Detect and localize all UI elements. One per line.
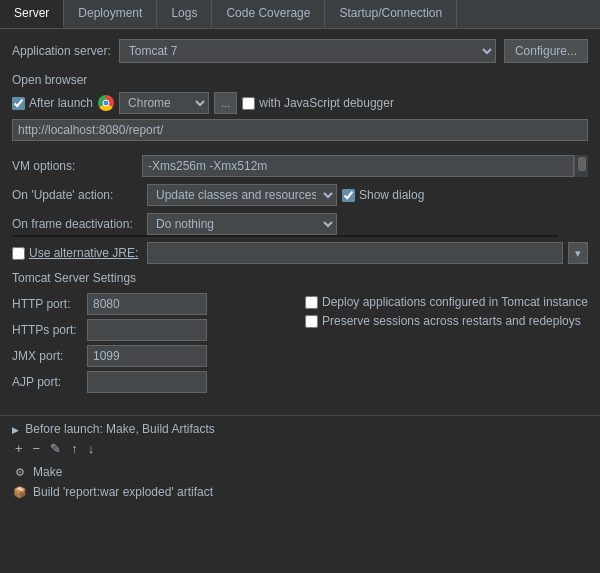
app-server-row: Application server: Tomcat 7 Configure..… (12, 39, 588, 63)
vm-options-row: VM options: (12, 155, 588, 177)
jre-row: Use alternative JRE: ▾ (12, 242, 588, 264)
tomcat-grid: HTTP port: HTTPs port: JMX port: AJP por… (12, 293, 588, 397)
update-action-dropdown[interactable]: Update classes and resources (147, 184, 337, 206)
ajp-port-label: AJP port: (12, 375, 82, 389)
js-debugger-label[interactable]: with JavaScript debugger (242, 96, 394, 110)
tab-startup-connection[interactable]: Startup/Connection (325, 0, 457, 28)
https-port-row: HTTPs port: (12, 319, 295, 341)
vm-options-label: VM options: (12, 159, 142, 173)
jre-input[interactable] (147, 242, 563, 264)
configure-button[interactable]: Configure... (504, 39, 588, 63)
chrome-icon (98, 95, 114, 111)
alt-jre-label: Use alternative JRE: (29, 246, 138, 260)
remove-launch-button[interactable]: − (30, 440, 44, 457)
app-server-label: Application server: (12, 44, 111, 58)
make-label: Make (33, 465, 62, 479)
main-content: Application server: Tomcat 7 Configure..… (0, 29, 600, 407)
after-launch-checkbox[interactable] (12, 97, 25, 110)
ports-column: HTTP port: HTTPs port: JMX port: AJP por… (12, 293, 295, 397)
show-dialog-checkbox[interactable] (342, 189, 355, 202)
tomcat-options-column: Deploy applications configured in Tomcat… (305, 293, 588, 397)
build-artifact-icon: 📦 (12, 484, 28, 500)
http-port-row: HTTP port: (12, 293, 295, 315)
js-debugger-checkbox[interactable] (242, 97, 255, 110)
vm-scrollbar[interactable] (574, 155, 588, 177)
vm-options-input[interactable] (142, 155, 574, 177)
browser-dropdown[interactable]: Chrome (119, 92, 209, 114)
build-artifact-label: Build 'report:war exploded' artifact (33, 485, 213, 499)
http-port-label: HTTP port: (12, 297, 82, 311)
open-browser-section: Open browser After launch Chrome ... wit… (12, 73, 588, 148)
tab-deployment[interactable]: Deployment (64, 0, 157, 28)
move-down-launch-button[interactable]: ↓ (85, 440, 98, 457)
preserve-sessions-label[interactable]: Preserve sessions across restarts and re… (305, 314, 588, 328)
alt-jre-checkbox[interactable] (12, 247, 25, 260)
deploy-option-label[interactable]: Deploy applications configured in Tomcat… (305, 295, 588, 309)
url-input[interactable] (12, 119, 588, 141)
show-dialog-text: Show dialog (359, 188, 424, 202)
frame-underline (12, 235, 558, 237)
ajp-port-input[interactable] (87, 371, 207, 393)
https-port-label: HTTPs port: (12, 323, 82, 337)
tab-bar: Server Deployment Logs Code Coverage Sta… (0, 0, 600, 29)
tomcat-settings: Tomcat Server Settings HTTP port: HTTPs … (12, 271, 588, 397)
tab-code-coverage[interactable]: Code Coverage (212, 0, 325, 28)
frame-deactivation-row: On frame deactivation: Do nothing (12, 213, 588, 235)
vm-scroll-thumb (578, 157, 586, 171)
before-launch-toolbar: + − ✎ ↑ ↓ (12, 440, 588, 457)
add-launch-button[interactable]: + (12, 440, 26, 457)
launch-item-build-artifact: 📦 Build 'report:war exploded' artifact (12, 482, 588, 502)
launch-item-make: ⚙ Make (12, 462, 588, 482)
triangle-icon: ▶ (12, 425, 19, 435)
preserve-sessions-text: Preserve sessions across restarts and re… (322, 314, 581, 328)
tomcat-settings-title: Tomcat Server Settings (12, 271, 588, 285)
before-launch-title: ▶ Before launch: Make, Build Artifacts (12, 422, 588, 436)
browser-row: After launch Chrome ... with JavaScript … (12, 92, 588, 114)
move-up-launch-button[interactable]: ↑ (68, 440, 81, 457)
vm-input-wrap (142, 155, 588, 177)
before-launch-text: Before launch: Make, Build Artifacts (25, 422, 214, 436)
deploy-text: Deploy applications configured in Tomcat… (322, 295, 588, 309)
jmx-port-label: JMX port: (12, 349, 82, 363)
make-icon: ⚙ (12, 464, 28, 480)
ajp-port-row: AJP port: (12, 371, 295, 393)
app-server-dropdown[interactable]: Tomcat 7 (119, 39, 496, 63)
update-action-row: On 'Update' action: Update classes and r… (12, 184, 588, 206)
frame-deactivation-label: On frame deactivation: (12, 217, 142, 231)
tab-logs[interactable]: Logs (157, 0, 212, 28)
https-port-input[interactable] (87, 319, 207, 341)
js-debugger-text: with JavaScript debugger (259, 96, 394, 110)
alt-jre-checkbox-label[interactable]: Use alternative JRE: (12, 246, 142, 260)
before-launch-section: ▶ Before launch: Make, Build Artifacts +… (0, 415, 600, 508)
tab-server[interactable]: Server (0, 0, 64, 28)
jmx-port-input[interactable] (87, 345, 207, 367)
after-launch-label: After launch (29, 96, 93, 110)
browser-dots-button[interactable]: ... (214, 92, 237, 114)
jmx-port-row: JMX port: (12, 345, 295, 367)
show-dialog-label[interactable]: Show dialog (342, 188, 424, 202)
open-browser-label: Open browser (12, 73, 588, 87)
frame-deactivation-dropdown[interactable]: Do nothing (147, 213, 337, 235)
deploy-checkbox[interactable] (305, 296, 318, 309)
preserve-sessions-checkbox[interactable] (305, 315, 318, 328)
update-action-label: On 'Update' action: (12, 188, 142, 202)
after-launch-checkbox-label[interactable]: After launch (12, 96, 93, 110)
edit-launch-button[interactable]: ✎ (47, 440, 64, 457)
http-port-input[interactable] (87, 293, 207, 315)
jre-browse-button[interactable]: ▾ (568, 242, 588, 264)
